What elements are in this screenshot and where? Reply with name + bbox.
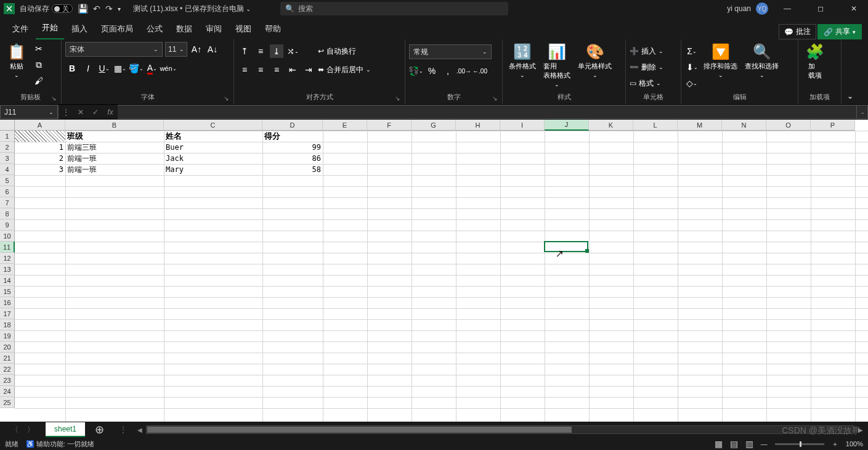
font-color-icon[interactable]: A⌄ xyxy=(145,62,159,75)
tab-scroll-gripper-icon[interactable]: ⋮ xyxy=(114,425,132,435)
comma-icon[interactable]: , xyxy=(441,64,455,78)
border-icon[interactable]: ▦⌄ xyxy=(113,62,127,75)
user-avatar[interactable]: YQ xyxy=(756,2,768,15)
row-header[interactable]: 19 xyxy=(0,330,15,342)
tab-insert[interactable]: 插入 xyxy=(65,20,94,39)
number-launcher-icon[interactable]: ↘ xyxy=(492,95,497,102)
row-header[interactable]: 6 xyxy=(0,186,15,197)
row-header[interactable]: 24 xyxy=(0,386,15,397)
row-header[interactable]: 11 xyxy=(0,242,15,253)
fbar-handle-icon[interactable]: ⋮ xyxy=(59,108,73,117)
column-header[interactable]: E xyxy=(323,120,367,131)
merge-center-button[interactable]: ⬌ 合并后居中 ⌄ xyxy=(318,63,371,76)
cell[interactable]: 86 xyxy=(262,153,323,164)
align-center-icon[interactable]: ≡ xyxy=(254,63,267,76)
select-all-corner[interactable] xyxy=(0,120,15,131)
zoom-in-icon[interactable]: ＋ xyxy=(832,440,838,449)
sheet-next-icon[interactable]: 〉 xyxy=(27,425,34,435)
column-header[interactable]: G xyxy=(412,120,456,131)
fill-color-icon[interactable]: 🪣⌄ xyxy=(129,62,143,75)
align-right-icon[interactable]: ≡ xyxy=(270,63,283,76)
number-format-combo[interactable]: 常规⌄ xyxy=(409,44,492,59)
row-header[interactable]: 17 xyxy=(0,308,15,319)
bold-icon[interactable]: B xyxy=(65,62,79,75)
row-header[interactable]: 3 xyxy=(0,153,15,164)
add-sheet-icon[interactable]: ⊕ xyxy=(85,423,114,436)
percent-icon[interactable]: % xyxy=(425,64,439,78)
row-header[interactable]: 8 xyxy=(0,208,15,219)
cell[interactable]: 前端一班 xyxy=(65,164,164,175)
paste-button[interactable]: 📋粘贴⌄ xyxy=(4,42,30,80)
cell[interactable] xyxy=(15,131,65,142)
row-header[interactable]: 2 xyxy=(0,142,15,153)
tab-formulas[interactable]: 公式 xyxy=(140,20,169,39)
page-break-view-icon[interactable]: ▥ xyxy=(745,439,753,449)
tab-home[interactable]: 开始 xyxy=(36,18,64,39)
tab-file[interactable]: 文件 xyxy=(6,20,34,39)
italic-icon[interactable]: I xyxy=(81,62,95,75)
close-button[interactable]: ✕ xyxy=(840,0,868,17)
table-format-button[interactable]: 📊套用 表格格式⌄ xyxy=(541,42,573,89)
decrease-font-icon[interactable]: A↓ xyxy=(206,43,219,56)
autosum-icon[interactable]: Σ⌄ xyxy=(685,44,699,58)
cell[interactable]: 2 xyxy=(15,153,65,164)
enter-icon[interactable]: ✓ xyxy=(88,108,103,117)
redo-icon[interactable]: ↷ xyxy=(105,4,113,14)
row-header[interactable]: 9 xyxy=(0,219,15,231)
spreadsheet-grid[interactable]: ABCDEFGHIJKLMNOP 12345678910111213141516… xyxy=(0,120,868,422)
zoom-slider[interactable] xyxy=(775,443,824,445)
delete-cells-button[interactable]: ➖ 删除 ⌄ xyxy=(630,60,663,74)
undo-icon[interactable]: ↶ xyxy=(93,4,100,14)
wrap-text-button[interactable]: ↩ 自动换行 xyxy=(318,44,371,58)
tab-help[interactable]: 帮助 xyxy=(259,20,287,39)
scroll-left-icon[interactable]: ◀ xyxy=(137,427,142,433)
column-header[interactable]: F xyxy=(367,120,412,131)
qat-dropdown-icon[interactable]: ▾ xyxy=(118,6,121,12)
row-header[interactable]: 15 xyxy=(0,286,15,297)
font-name-combo[interactable]: 宋体⌄ xyxy=(65,42,163,57)
conditional-format-button[interactable]: 🔢条件格式⌄ xyxy=(506,42,538,80)
format-painter-icon[interactable]: 🖌 xyxy=(32,74,46,88)
cell[interactable]: 99 xyxy=(262,142,323,153)
column-header[interactable]: L xyxy=(633,120,678,131)
share-button[interactable]: 🔗 共享 ▾ xyxy=(817,24,862,39)
increase-font-icon[interactable]: A↑ xyxy=(190,43,203,56)
cell-styles-button[interactable]: 🎨单元格样式⌄ xyxy=(575,42,614,80)
cell[interactable]: 姓名 xyxy=(164,131,262,142)
align-left-icon[interactable]: ≡ xyxy=(238,63,251,76)
cell[interactable]: 前端三班 xyxy=(65,142,164,153)
row-header[interactable]: 14 xyxy=(0,275,15,286)
comments-button[interactable]: 💬 批注 xyxy=(779,24,816,39)
maximize-button[interactable]: ◻ xyxy=(806,0,835,17)
cell[interactable]: 前端一班 xyxy=(65,153,164,164)
font-size-combo[interactable]: 11⌄ xyxy=(165,42,187,57)
row-header[interactable]: 20 xyxy=(0,342,15,353)
column-header[interactable]: D xyxy=(262,120,323,131)
row-header[interactable]: 13 xyxy=(0,264,15,275)
scroll-right-icon[interactable]: ▶ xyxy=(858,427,863,433)
save-icon[interactable]: 💾 xyxy=(78,4,88,14)
column-header[interactable]: K xyxy=(589,120,633,131)
currency-icon[interactable]: 💱⌄ xyxy=(409,64,423,78)
name-box[interactable]: J11⌄ xyxy=(0,105,58,119)
row-header[interactable]: 25 xyxy=(0,397,15,408)
row-header[interactable]: 4 xyxy=(0,164,15,175)
column-header[interactable]: A xyxy=(15,120,65,131)
zoom-out-icon[interactable]: — xyxy=(761,440,768,448)
tab-view[interactable]: 视图 xyxy=(229,20,258,39)
search-box[interactable]: 🔍 搜索 xyxy=(280,2,508,15)
sheet-tab-active[interactable]: sheet1 xyxy=(46,422,85,437)
column-header[interactable]: J xyxy=(545,120,589,131)
underline-icon[interactable]: U ⌄ xyxy=(97,62,111,75)
orientation-icon[interactable]: ⤭⌄ xyxy=(286,44,299,58)
cell[interactable]: 得分 xyxy=(262,131,323,142)
row-header[interactable]: 5 xyxy=(0,175,15,186)
row-header[interactable]: 21 xyxy=(0,353,15,364)
font-launcher-icon[interactable]: ↘ xyxy=(224,95,229,102)
cell[interactable]: Mary xyxy=(164,164,262,175)
find-select-button[interactable]: 🔍查找和选择⌄ xyxy=(742,42,781,80)
cell[interactable]: 58 xyxy=(262,164,323,175)
column-header[interactable]: C xyxy=(164,120,262,131)
fbar-expand-icon[interactable]: ⌄ xyxy=(857,105,868,119)
row-header[interactable]: 23 xyxy=(0,375,15,386)
